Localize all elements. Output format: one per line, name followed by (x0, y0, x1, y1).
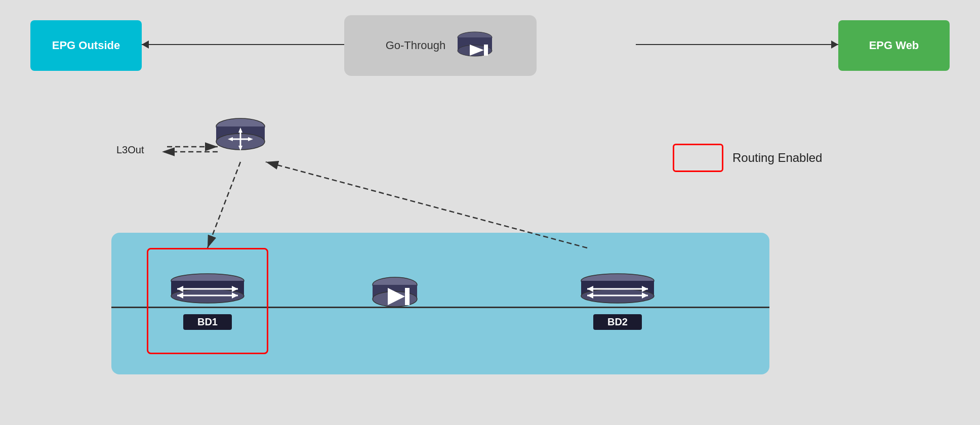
svg-rect-27 (405, 288, 410, 305)
routing-enabled-label: Routing Enabled (732, 151, 822, 165)
bd2-icon (577, 273, 658, 318)
bd2-label: BD2 (593, 314, 642, 330)
l3out-label: L3Out (116, 144, 144, 156)
l3out-router (213, 116, 268, 164)
middle-drum-icon (370, 276, 420, 311)
main-diagram: EPG Outside Go-Through EPG Web L3Out (0, 0, 980, 425)
epg-web-label: EPG Web (869, 39, 919, 52)
bd1-label: BD1 (183, 314, 232, 330)
routing-enabled-box (673, 144, 723, 172)
arrow-right-top (636, 44, 838, 45)
arrow-left-top (142, 44, 344, 45)
epg-outside-box[interactable]: EPG Outside (30, 20, 142, 71)
bd1-icon (167, 273, 248, 318)
epg-outside-label: EPG Outside (52, 39, 120, 52)
routing-legend: Routing Enabled (673, 144, 822, 172)
bd2-container[interactable]: BD2 (547, 248, 688, 354)
l3out-router-icon (213, 116, 268, 162)
bd1-container[interactable]: BD1 (147, 248, 268, 354)
svg-rect-4 (484, 45, 488, 56)
go-through-label: Go-Through (386, 39, 446, 52)
go-through-router-icon (455, 30, 495, 61)
epg-web-box[interactable]: EPG Web (838, 20, 950, 71)
go-through-box[interactable]: Go-Through (344, 15, 537, 76)
middle-drum (370, 276, 420, 313)
